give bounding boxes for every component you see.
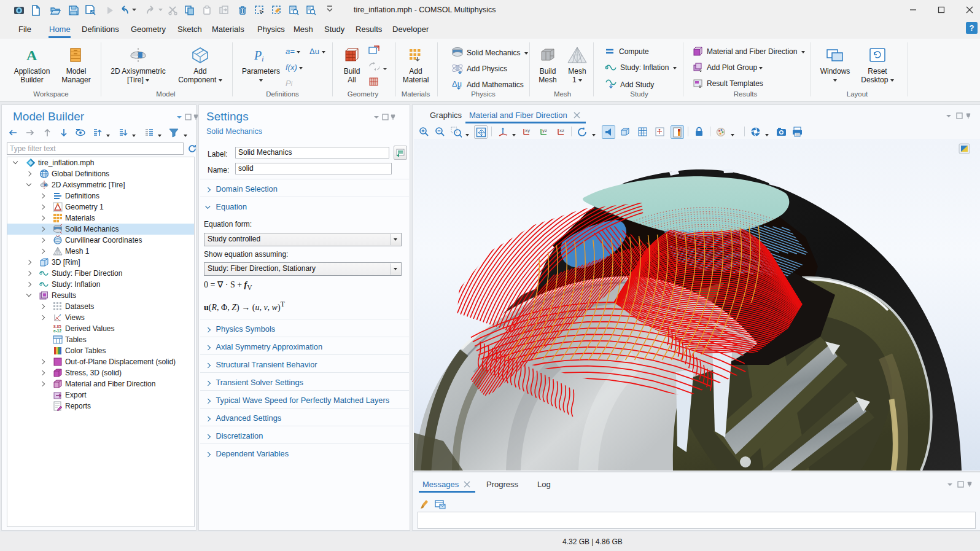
svg-text:8.85: 8.85 (53, 324, 61, 329)
svg-text:P: P (254, 49, 262, 62)
svg-text:xz: xz (559, 128, 564, 133)
svg-text:yz: yz (542, 128, 547, 133)
svg-text:Δu: Δu (452, 79, 462, 88)
svg-text:i: i (262, 54, 264, 63)
svg-text:A: A (26, 47, 37, 63)
svg-text:xy: xy (525, 128, 530, 133)
svg-text:e-12: e-12 (53, 329, 61, 333)
